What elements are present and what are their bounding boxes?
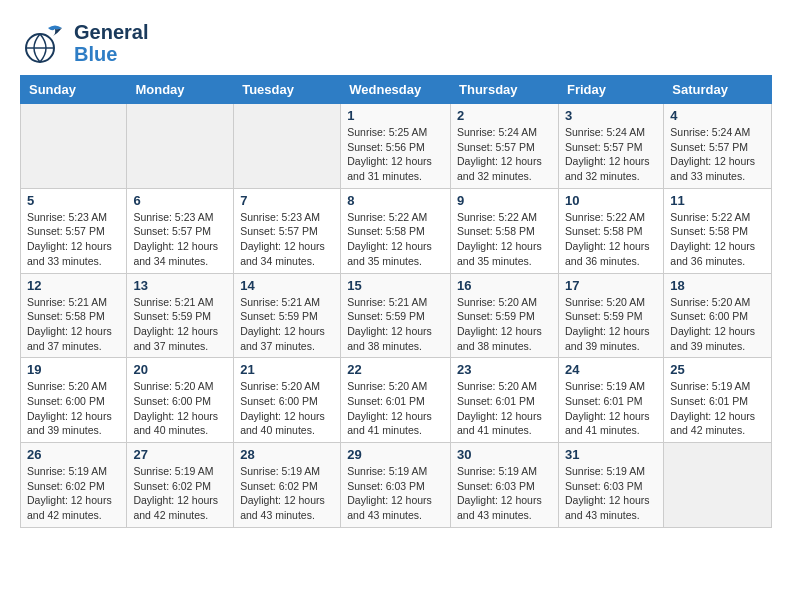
day-number: 29 xyxy=(347,447,444,462)
day-info: Sunrise: 5:19 AMSunset: 6:01 PMDaylight:… xyxy=(670,379,765,438)
calendar-cell: 18Sunrise: 5:20 AMSunset: 6:00 PMDayligh… xyxy=(664,273,772,358)
calendar-week-row: 12Sunrise: 5:21 AMSunset: 5:58 PMDayligh… xyxy=(21,273,772,358)
calendar-cell: 25Sunrise: 5:19 AMSunset: 6:01 PMDayligh… xyxy=(664,358,772,443)
calendar-week-row: 19Sunrise: 5:20 AMSunset: 6:00 PMDayligh… xyxy=(21,358,772,443)
day-number: 10 xyxy=(565,193,657,208)
day-info: Sunrise: 5:19 AMSunset: 6:01 PMDaylight:… xyxy=(565,379,657,438)
day-number: 30 xyxy=(457,447,552,462)
calendar-cell xyxy=(664,443,772,528)
day-info: Sunrise: 5:24 AMSunset: 5:57 PMDaylight:… xyxy=(670,125,765,184)
day-info: Sunrise: 5:20 AMSunset: 6:01 PMDaylight:… xyxy=(347,379,444,438)
calendar-cell: 13Sunrise: 5:21 AMSunset: 5:59 PMDayligh… xyxy=(127,273,234,358)
day-info: Sunrise: 5:24 AMSunset: 5:57 PMDaylight:… xyxy=(565,125,657,184)
day-number: 9 xyxy=(457,193,552,208)
calendar-cell: 8Sunrise: 5:22 AMSunset: 5:58 PMDaylight… xyxy=(341,188,451,273)
day-info: Sunrise: 5:19 AMSunset: 6:02 PMDaylight:… xyxy=(240,464,334,523)
weekday-header: Monday xyxy=(127,76,234,104)
day-info: Sunrise: 5:20 AMSunset: 6:00 PMDaylight:… xyxy=(27,379,120,438)
day-number: 28 xyxy=(240,447,334,462)
calendar-cell: 7Sunrise: 5:23 AMSunset: 5:57 PMDaylight… xyxy=(234,188,341,273)
day-info: Sunrise: 5:22 AMSunset: 5:58 PMDaylight:… xyxy=(457,210,552,269)
logo: General Blue xyxy=(20,20,148,65)
calendar-cell: 5Sunrise: 5:23 AMSunset: 5:57 PMDaylight… xyxy=(21,188,127,273)
day-info: Sunrise: 5:19 AMSunset: 6:03 PMDaylight:… xyxy=(347,464,444,523)
day-number: 27 xyxy=(133,447,227,462)
calendar-cell: 14Sunrise: 5:21 AMSunset: 5:59 PMDayligh… xyxy=(234,273,341,358)
day-number: 13 xyxy=(133,278,227,293)
day-number: 21 xyxy=(240,362,334,377)
day-info: Sunrise: 5:21 AMSunset: 5:59 PMDaylight:… xyxy=(240,295,334,354)
day-info: Sunrise: 5:19 AMSunset: 6:02 PMDaylight:… xyxy=(133,464,227,523)
day-number: 8 xyxy=(347,193,444,208)
weekday-header: Tuesday xyxy=(234,76,341,104)
day-info: Sunrise: 5:21 AMSunset: 5:58 PMDaylight:… xyxy=(27,295,120,354)
day-info: Sunrise: 5:20 AMSunset: 6:00 PMDaylight:… xyxy=(133,379,227,438)
calendar-cell: 15Sunrise: 5:21 AMSunset: 5:59 PMDayligh… xyxy=(341,273,451,358)
day-number: 4 xyxy=(670,108,765,123)
calendar-cell: 9Sunrise: 5:22 AMSunset: 5:58 PMDaylight… xyxy=(451,188,559,273)
calendar-cell: 29Sunrise: 5:19 AMSunset: 6:03 PMDayligh… xyxy=(341,443,451,528)
day-info: Sunrise: 5:20 AMSunset: 6:01 PMDaylight:… xyxy=(457,379,552,438)
calendar-body: 1Sunrise: 5:25 AMSunset: 5:56 PMDaylight… xyxy=(21,104,772,528)
calendar-cell: 11Sunrise: 5:22 AMSunset: 5:58 PMDayligh… xyxy=(664,188,772,273)
day-number: 2 xyxy=(457,108,552,123)
calendar-cell: 20Sunrise: 5:20 AMSunset: 6:00 PMDayligh… xyxy=(127,358,234,443)
day-number: 23 xyxy=(457,362,552,377)
logo-blue: Blue xyxy=(74,43,148,65)
day-number: 18 xyxy=(670,278,765,293)
calendar-cell: 28Sunrise: 5:19 AMSunset: 6:02 PMDayligh… xyxy=(234,443,341,528)
weekday-header: Friday xyxy=(558,76,663,104)
calendar-cell: 24Sunrise: 5:19 AMSunset: 6:01 PMDayligh… xyxy=(558,358,663,443)
calendar-cell: 30Sunrise: 5:19 AMSunset: 6:03 PMDayligh… xyxy=(451,443,559,528)
calendar-cell: 16Sunrise: 5:20 AMSunset: 5:59 PMDayligh… xyxy=(451,273,559,358)
logo-general: General xyxy=(74,21,148,43)
day-info: Sunrise: 5:20 AMSunset: 6:00 PMDaylight:… xyxy=(670,295,765,354)
day-number: 24 xyxy=(565,362,657,377)
calendar-cell: 22Sunrise: 5:20 AMSunset: 6:01 PMDayligh… xyxy=(341,358,451,443)
calendar-cell: 17Sunrise: 5:20 AMSunset: 5:59 PMDayligh… xyxy=(558,273,663,358)
day-number: 6 xyxy=(133,193,227,208)
day-info: Sunrise: 5:19 AMSunset: 6:03 PMDaylight:… xyxy=(457,464,552,523)
day-number: 25 xyxy=(670,362,765,377)
day-info: Sunrise: 5:20 AMSunset: 5:59 PMDaylight:… xyxy=(565,295,657,354)
calendar-cell: 10Sunrise: 5:22 AMSunset: 5:58 PMDayligh… xyxy=(558,188,663,273)
day-number: 14 xyxy=(240,278,334,293)
day-info: Sunrise: 5:25 AMSunset: 5:56 PMDaylight:… xyxy=(347,125,444,184)
calendar-cell: 21Sunrise: 5:20 AMSunset: 6:00 PMDayligh… xyxy=(234,358,341,443)
day-number: 3 xyxy=(565,108,657,123)
weekday-header: Wednesday xyxy=(341,76,451,104)
page-header: General Blue xyxy=(20,20,772,65)
day-info: Sunrise: 5:22 AMSunset: 5:58 PMDaylight:… xyxy=(565,210,657,269)
calendar-cell: 1Sunrise: 5:25 AMSunset: 5:56 PMDaylight… xyxy=(341,104,451,189)
calendar-cell: 6Sunrise: 5:23 AMSunset: 5:57 PMDaylight… xyxy=(127,188,234,273)
day-info: Sunrise: 5:19 AMSunset: 6:02 PMDaylight:… xyxy=(27,464,120,523)
calendar-cell: 23Sunrise: 5:20 AMSunset: 6:01 PMDayligh… xyxy=(451,358,559,443)
calendar-cell: 3Sunrise: 5:24 AMSunset: 5:57 PMDaylight… xyxy=(558,104,663,189)
day-number: 31 xyxy=(565,447,657,462)
weekday-header: Sunday xyxy=(21,76,127,104)
calendar-cell: 2Sunrise: 5:24 AMSunset: 5:57 PMDaylight… xyxy=(451,104,559,189)
calendar-cell xyxy=(234,104,341,189)
day-number: 5 xyxy=(27,193,120,208)
calendar-cell: 12Sunrise: 5:21 AMSunset: 5:58 PMDayligh… xyxy=(21,273,127,358)
day-info: Sunrise: 5:23 AMSunset: 5:57 PMDaylight:… xyxy=(240,210,334,269)
day-info: Sunrise: 5:19 AMSunset: 6:03 PMDaylight:… xyxy=(565,464,657,523)
day-number: 26 xyxy=(27,447,120,462)
day-number: 22 xyxy=(347,362,444,377)
day-info: Sunrise: 5:20 AMSunset: 6:00 PMDaylight:… xyxy=(240,379,334,438)
calendar-cell: 4Sunrise: 5:24 AMSunset: 5:57 PMDaylight… xyxy=(664,104,772,189)
day-number: 16 xyxy=(457,278,552,293)
weekday-header: Thursday xyxy=(451,76,559,104)
calendar-week-row: 5Sunrise: 5:23 AMSunset: 5:57 PMDaylight… xyxy=(21,188,772,273)
day-number: 17 xyxy=(565,278,657,293)
day-info: Sunrise: 5:22 AMSunset: 5:58 PMDaylight:… xyxy=(670,210,765,269)
day-info: Sunrise: 5:20 AMSunset: 5:59 PMDaylight:… xyxy=(457,295,552,354)
day-info: Sunrise: 5:22 AMSunset: 5:58 PMDaylight:… xyxy=(347,210,444,269)
day-number: 1 xyxy=(347,108,444,123)
calendar-cell xyxy=(21,104,127,189)
calendar-week-row: 1Sunrise: 5:25 AMSunset: 5:56 PMDaylight… xyxy=(21,104,772,189)
day-number: 7 xyxy=(240,193,334,208)
calendar-table: SundayMondayTuesdayWednesdayThursdayFrid… xyxy=(20,75,772,528)
calendar-cell: 19Sunrise: 5:20 AMSunset: 6:00 PMDayligh… xyxy=(21,358,127,443)
day-number: 15 xyxy=(347,278,444,293)
